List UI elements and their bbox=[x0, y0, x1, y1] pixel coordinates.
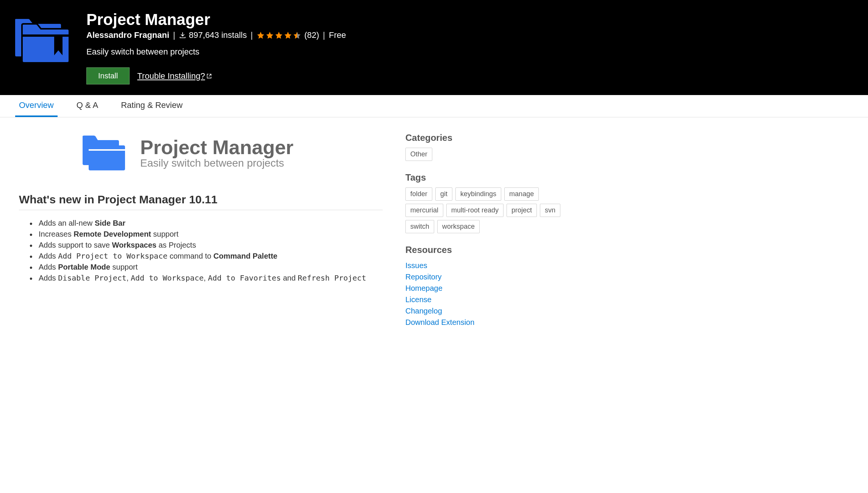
meta-separator: | bbox=[250, 30, 253, 40]
star-icon bbox=[275, 31, 283, 39]
meta-separator: | bbox=[323, 30, 325, 40]
rating-stars[interactable]: (82) bbox=[256, 30, 319, 40]
resource-link[interactable]: License bbox=[405, 295, 432, 304]
whats-new-item: Adds an all-new Side Bar bbox=[30, 218, 383, 229]
star-icon bbox=[266, 31, 274, 39]
meta-separator: | bbox=[173, 30, 175, 40]
tag-chip[interactable]: folder bbox=[405, 187, 432, 201]
extension-description: Easily switch between projects bbox=[86, 47, 857, 57]
install-count: 897,643 installs bbox=[179, 30, 247, 40]
whats-new-heading: What's new in Project Manager 10.11 bbox=[19, 193, 383, 206]
price-label: Free bbox=[329, 30, 346, 40]
tags-list: foldergitkeybindingsmanagemercurialmulti… bbox=[405, 187, 568, 233]
resources-list: IssuesRepositoryHomepageLicenseChangelog… bbox=[405, 260, 568, 328]
star-icon bbox=[256, 31, 265, 39]
tags-heading: Tags bbox=[405, 172, 568, 183]
external-link-icon bbox=[206, 73, 212, 79]
tag-chip[interactable]: manage bbox=[504, 187, 539, 201]
trouble-installing-link[interactable]: Trouble Installing? bbox=[137, 71, 212, 81]
category-chip[interactable]: Other bbox=[405, 148, 432, 161]
resource-link[interactable]: Changelog bbox=[405, 307, 442, 315]
resources-heading: Resources bbox=[405, 245, 568, 255]
whats-new-list: Adds an all-new Side BarIncreases Remote… bbox=[19, 218, 383, 284]
tag-chip[interactable]: keybindings bbox=[455, 187, 501, 201]
star-icon bbox=[284, 31, 292, 39]
resource-link[interactable]: Homepage bbox=[405, 284, 443, 292]
extension-title: Project Manager bbox=[86, 11, 857, 29]
resource-link[interactable]: Repository bbox=[405, 273, 442, 281]
tab-overview[interactable]: Overview bbox=[15, 95, 58, 117]
tag-chip[interactable]: mercurial bbox=[405, 204, 443, 217]
extension-icon bbox=[11, 11, 71, 84]
tag-chip[interactable]: project bbox=[507, 204, 537, 217]
banner-title: Project Manager bbox=[140, 137, 294, 157]
star-half-icon bbox=[293, 31, 301, 39]
whats-new-item: Increases Remote Development support bbox=[30, 229, 383, 240]
tab-bar: OverviewQ & ARating & Review bbox=[0, 95, 868, 117]
resource-link[interactable]: Issues bbox=[405, 261, 427, 270]
extension-header: Project Manager Alessandro Fragnani | 89… bbox=[0, 0, 868, 95]
divider bbox=[19, 210, 383, 210]
install-button[interactable]: Install bbox=[86, 67, 130, 84]
tag-chip[interactable]: git bbox=[435, 187, 452, 201]
download-icon bbox=[179, 32, 186, 39]
readme-banner: Project Manager Easily switch between pr… bbox=[80, 133, 383, 174]
resource-link[interactable]: Download Extension bbox=[405, 318, 474, 326]
whats-new-item: Adds Add Project to Workspace command to… bbox=[30, 251, 383, 262]
whats-new-item: Adds Portable Mode support bbox=[30, 262, 383, 273]
tag-chip[interactable]: switch bbox=[405, 220, 434, 233]
banner-folder-icon bbox=[80, 133, 129, 174]
whats-new-item: Adds Disable Project, Add to Workspace, … bbox=[30, 273, 383, 284]
svg-rect-1 bbox=[89, 149, 125, 151]
extension-author[interactable]: Alessandro Fragnani bbox=[86, 30, 169, 40]
banner-subtitle: Easily switch between projects bbox=[140, 157, 294, 169]
tag-chip[interactable]: svn bbox=[540, 204, 560, 217]
tab-rating[interactable]: Rating & Review bbox=[117, 95, 186, 117]
tag-chip[interactable]: workspace bbox=[437, 220, 480, 233]
categories-heading: Categories bbox=[405, 133, 568, 143]
categories-list: Other bbox=[405, 148, 568, 161]
tag-chip[interactable]: multi-root ready bbox=[446, 204, 504, 217]
tab-qa[interactable]: Q & A bbox=[73, 95, 102, 117]
whats-new-item: Adds support to save Workspaces as Proje… bbox=[30, 240, 383, 251]
